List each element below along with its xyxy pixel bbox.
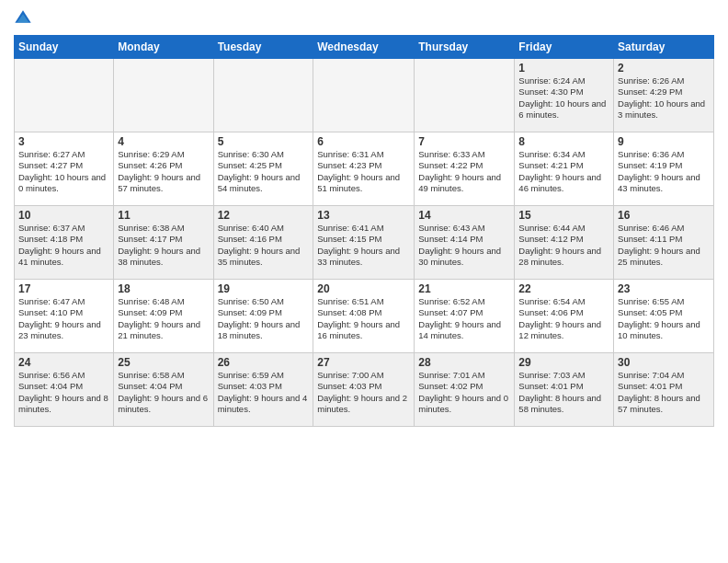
day-number: 23 bbox=[618, 282, 710, 295]
day-info: Sunrise: 6:41 AM Sunset: 4:15 PM Dayligh… bbox=[317, 223, 410, 268]
calendar-cell: 6Sunrise: 6:31 AM Sunset: 4:23 PM Daylig… bbox=[313, 132, 415, 206]
day-info: Sunrise: 6:40 AM Sunset: 4:16 PM Dayligh… bbox=[218, 223, 310, 268]
day-info: Sunrise: 6:58 AM Sunset: 4:04 PM Dayligh… bbox=[118, 370, 209, 415]
day-number: 6 bbox=[317, 135, 410, 148]
day-number: 25 bbox=[118, 356, 209, 369]
day-info: Sunrise: 6:50 AM Sunset: 4:09 PM Dayligh… bbox=[218, 296, 310, 341]
day-number: 1 bbox=[518, 62, 609, 75]
calendar-header-monday: Monday bbox=[114, 36, 213, 59]
calendar-cell bbox=[213, 59, 313, 132]
calendar-cell: 9Sunrise: 6:36 AM Sunset: 4:19 PM Daylig… bbox=[614, 132, 714, 206]
day-number: 9 bbox=[618, 135, 710, 148]
day-number: 29 bbox=[518, 356, 609, 369]
calendar-cell: 14Sunrise: 6:43 AM Sunset: 4:14 PM Dayli… bbox=[415, 206, 515, 280]
calendar-cell bbox=[114, 59, 213, 132]
day-info: Sunrise: 6:27 AM Sunset: 4:27 PM Dayligh… bbox=[18, 149, 109, 194]
day-info: Sunrise: 6:29 AM Sunset: 4:26 PM Dayligh… bbox=[118, 149, 209, 194]
header bbox=[14, 9, 714, 28]
calendar-cell: 30Sunrise: 7:04 AM Sunset: 4:01 PM Dayli… bbox=[614, 353, 714, 427]
day-number: 16 bbox=[618, 209, 710, 222]
day-number: 12 bbox=[218, 209, 310, 222]
day-number: 22 bbox=[518, 282, 609, 295]
calendar-cell bbox=[313, 59, 415, 132]
calendar-cell: 3Sunrise: 6:27 AM Sunset: 4:27 PM Daylig… bbox=[15, 132, 114, 206]
calendar-cell: 5Sunrise: 6:30 AM Sunset: 4:25 PM Daylig… bbox=[213, 132, 313, 206]
calendar-cell: 8Sunrise: 6:34 AM Sunset: 4:21 PM Daylig… bbox=[515, 132, 614, 206]
day-number: 18 bbox=[118, 282, 209, 295]
logo bbox=[14, 9, 36, 28]
calendar-header-thursday: Thursday bbox=[415, 36, 515, 59]
calendar-cell bbox=[415, 59, 515, 132]
day-info: Sunrise: 7:04 AM Sunset: 4:01 PM Dayligh… bbox=[618, 370, 710, 415]
calendar-cell: 2Sunrise: 6:26 AM Sunset: 4:29 PM Daylig… bbox=[614, 59, 714, 132]
calendar-cell: 1Sunrise: 6:24 AM Sunset: 4:30 PM Daylig… bbox=[515, 59, 614, 132]
day-info: Sunrise: 7:00 AM Sunset: 4:03 PM Dayligh… bbox=[317, 370, 410, 415]
day-number: 5 bbox=[218, 135, 310, 148]
day-info: Sunrise: 6:56 AM Sunset: 4:04 PM Dayligh… bbox=[18, 370, 109, 415]
day-number: 14 bbox=[418, 209, 510, 222]
day-info: Sunrise: 7:01 AM Sunset: 4:02 PM Dayligh… bbox=[418, 370, 510, 415]
day-number: 20 bbox=[317, 282, 410, 295]
calendar-week-3: 17Sunrise: 6:47 AM Sunset: 4:10 PM Dayli… bbox=[15, 280, 714, 353]
day-info: Sunrise: 6:38 AM Sunset: 4:17 PM Dayligh… bbox=[118, 223, 209, 268]
calendar-week-4: 24Sunrise: 6:56 AM Sunset: 4:04 PM Dayli… bbox=[15, 353, 714, 427]
calendar-cell: 15Sunrise: 6:44 AM Sunset: 4:12 PM Dayli… bbox=[515, 206, 614, 280]
day-info: Sunrise: 6:54 AM Sunset: 4:06 PM Dayligh… bbox=[518, 296, 609, 341]
day-info: Sunrise: 7:03 AM Sunset: 4:01 PM Dayligh… bbox=[518, 370, 609, 415]
day-info: Sunrise: 6:52 AM Sunset: 4:07 PM Dayligh… bbox=[418, 296, 510, 341]
day-info: Sunrise: 6:47 AM Sunset: 4:10 PM Dayligh… bbox=[18, 296, 109, 341]
calendar-cell: 29Sunrise: 7:03 AM Sunset: 4:01 PM Dayli… bbox=[515, 353, 614, 427]
calendar-cell bbox=[15, 59, 114, 132]
day-number: 21 bbox=[418, 282, 510, 295]
day-number: 24 bbox=[18, 356, 109, 369]
day-info: Sunrise: 6:33 AM Sunset: 4:22 PM Dayligh… bbox=[418, 149, 510, 194]
day-number: 27 bbox=[317, 356, 410, 369]
day-info: Sunrise: 6:48 AM Sunset: 4:09 PM Dayligh… bbox=[118, 296, 209, 341]
day-number: 3 bbox=[18, 135, 109, 148]
day-info: Sunrise: 6:44 AM Sunset: 4:12 PM Dayligh… bbox=[518, 223, 609, 268]
day-info: Sunrise: 6:36 AM Sunset: 4:19 PM Dayligh… bbox=[618, 149, 710, 194]
calendar-cell: 18Sunrise: 6:48 AM Sunset: 4:09 PM Dayli… bbox=[114, 280, 213, 353]
calendar-cell: 22Sunrise: 6:54 AM Sunset: 4:06 PM Dayli… bbox=[515, 280, 614, 353]
day-number: 4 bbox=[118, 135, 209, 148]
day-number: 11 bbox=[118, 209, 209, 222]
calendar-header-tuesday: Tuesday bbox=[213, 36, 313, 59]
day-number: 30 bbox=[618, 356, 710, 369]
day-number: 7 bbox=[418, 135, 510, 148]
calendar-cell: 28Sunrise: 7:01 AM Sunset: 4:02 PM Dayli… bbox=[415, 353, 515, 427]
day-number: 19 bbox=[218, 282, 310, 295]
day-info: Sunrise: 6:51 AM Sunset: 4:08 PM Dayligh… bbox=[317, 296, 410, 341]
calendar-header-friday: Friday bbox=[515, 36, 614, 59]
calendar-header-saturday: Saturday bbox=[614, 36, 714, 59]
day-info: Sunrise: 6:34 AM Sunset: 4:21 PM Dayligh… bbox=[518, 149, 609, 194]
day-info: Sunrise: 6:31 AM Sunset: 4:23 PM Dayligh… bbox=[317, 149, 410, 194]
calendar-cell: 7Sunrise: 6:33 AM Sunset: 4:22 PM Daylig… bbox=[415, 132, 515, 206]
calendar-cell: 20Sunrise: 6:51 AM Sunset: 4:08 PM Dayli… bbox=[313, 280, 415, 353]
calendar-week-2: 10Sunrise: 6:37 AM Sunset: 4:18 PM Dayli… bbox=[15, 206, 714, 280]
calendar-header-row: SundayMondayTuesdayWednesdayThursdayFrid… bbox=[15, 36, 714, 59]
calendar-cell: 13Sunrise: 6:41 AM Sunset: 4:15 PM Dayli… bbox=[313, 206, 415, 280]
calendar-cell: 19Sunrise: 6:50 AM Sunset: 4:09 PM Dayli… bbox=[213, 280, 313, 353]
calendar-cell: 17Sunrise: 6:47 AM Sunset: 4:10 PM Dayli… bbox=[15, 280, 114, 353]
calendar-header-wednesday: Wednesday bbox=[313, 36, 415, 59]
calendar-header-sunday: Sunday bbox=[15, 36, 114, 59]
day-number: 13 bbox=[317, 209, 410, 222]
day-info: Sunrise: 6:46 AM Sunset: 4:11 PM Dayligh… bbox=[618, 223, 710, 268]
calendar-cell: 11Sunrise: 6:38 AM Sunset: 4:17 PM Dayli… bbox=[114, 206, 213, 280]
day-number: 8 bbox=[518, 135, 609, 148]
calendar-cell: 27Sunrise: 7:00 AM Sunset: 4:03 PM Dayli… bbox=[313, 353, 415, 427]
logo-icon bbox=[14, 9, 32, 28]
calendar-cell: 16Sunrise: 6:46 AM Sunset: 4:11 PM Dayli… bbox=[614, 206, 714, 280]
calendar-cell: 25Sunrise: 6:58 AM Sunset: 4:04 PM Dayli… bbox=[114, 353, 213, 427]
day-info: Sunrise: 6:26 AM Sunset: 4:29 PM Dayligh… bbox=[618, 75, 710, 121]
day-info: Sunrise: 6:24 AM Sunset: 4:30 PM Dayligh… bbox=[518, 75, 609, 121]
day-number: 2 bbox=[618, 62, 710, 75]
calendar-cell: 26Sunrise: 6:59 AM Sunset: 4:03 PM Dayli… bbox=[213, 353, 313, 427]
day-number: 10 bbox=[18, 209, 109, 222]
day-info: Sunrise: 6:30 AM Sunset: 4:25 PM Dayligh… bbox=[218, 149, 310, 194]
day-number: 26 bbox=[218, 356, 310, 369]
day-info: Sunrise: 6:37 AM Sunset: 4:18 PM Dayligh… bbox=[18, 223, 109, 268]
calendar-cell: 21Sunrise: 6:52 AM Sunset: 4:07 PM Dayli… bbox=[415, 280, 515, 353]
calendar-week-0: 1Sunrise: 6:24 AM Sunset: 4:30 PM Daylig… bbox=[15, 59, 714, 132]
calendar-cell: 23Sunrise: 6:55 AM Sunset: 4:05 PM Dayli… bbox=[614, 280, 714, 353]
